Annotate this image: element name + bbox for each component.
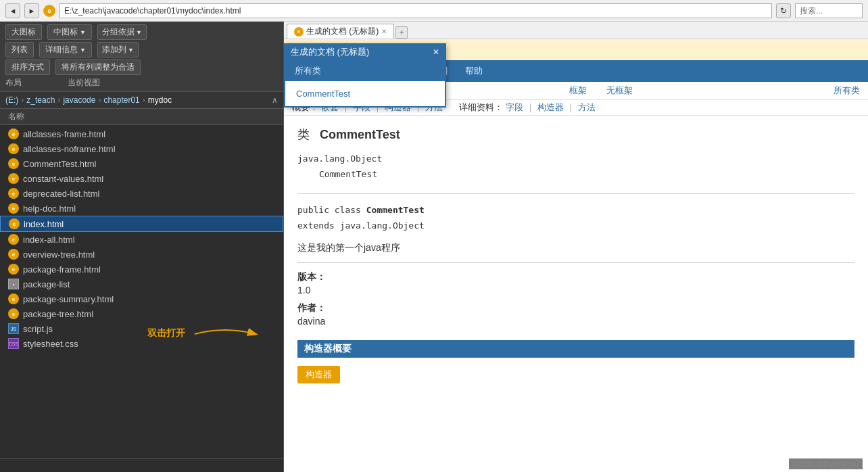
watermark: CSDN @Davina_yu [789,458,863,469]
group-by-btn[interactable]: 分组依据 ▼ [97,24,147,40]
all-classes-link[interactable]: 所有类 [834,85,860,97]
file-item[interactable]: CSSstylesheet.css [0,336,283,351]
class-name: CommentTest [320,128,400,141]
file-name: stylesheet.css [23,339,78,349]
dialog-close-button[interactable]: ✕ [433,47,439,57]
file-list: eallclasses-frame.htmleallclasses-nofram… [0,125,283,458]
declaration-classname: CommentTest [366,205,425,215]
noframe-link[interactable]: 无框架 [606,85,633,97]
dialog-titlebar: 生成的文档 (无标题) ✕ [285,43,445,61]
version-value: 1.0 [297,285,854,296]
frame-link[interactable]: 框架 [569,85,587,97]
breadcrumb-drive[interactable]: (E:) [5,95,18,105]
class-description: 这是我的第一个java程序 [297,242,854,254]
current-view-label: 当前视图 [68,77,100,89]
file-item[interactable]: JSscript.js [0,321,283,336]
dialog-list-comment-test[interactable]: CommentTest [291,87,439,101]
fit-col-btn[interactable]: 将所有列调整为合适 [55,60,141,75]
breadcrumb-up-button[interactable]: ∧ [272,95,278,105]
file-item[interactable]: ehelp-doc.html [0,201,283,216]
file-item[interactable]: epackage-frame.html [0,262,283,277]
breadcrumb-folder2[interactable]: javacode [63,95,95,105]
tab-favicon: e [294,27,304,37]
breadcrumb-current: mydoc [148,95,172,105]
ie-file-icon: e [8,234,19,245]
layout-label: 布局 [5,77,22,89]
detail-label: 详细资料： [459,101,503,114]
detail-constructor-link[interactable]: 构造器 [537,101,564,114]
file-name: overview-tree.html [23,250,95,260]
dialog-nav-all-classes[interactable]: 所有类 [291,64,325,78]
ie-file-icon: e [8,293,19,304]
forward-button[interactable]: ► [24,3,39,18]
toolbar: 大图标 中图标 ▼ 分组依据 ▼ 列表 详细信息 ▼ [0,22,283,92]
ie-file-icon: e [8,264,19,275]
add-col-btn[interactable]: 添加列 ▼ [97,42,139,57]
constructor-summary-title: 构造器概要 [297,340,854,358]
ie-file-icon: e [8,249,19,260]
sort-btn[interactable]: 排序方式 [5,60,50,75]
file-item[interactable]: eindex.html [0,216,283,232]
file-item[interactable]: epackage-summary.html [0,291,283,306]
address-bar: ◄ ► e E:\z_teach\javacode\chapter01\mydo… [0,0,868,22]
breadcrumb-folder3[interactable]: chapter01 [103,95,139,105]
browser-tabs: e 生成的文档 (无标题) ✕ + [284,22,868,39]
generic-file-icon: ▪ [8,279,19,289]
file-item[interactable]: eallclasses-noframe.html [0,141,283,156]
javadoc-nav-item-帮助[interactable]: 帮助 [461,64,487,78]
file-name: CommentTest.html [23,159,96,169]
file-name: constant-values.html [23,174,103,184]
ie-file-icon: e [8,308,19,319]
author-label: 作者： [297,302,854,314]
file-item[interactable]: eCommentTest.html [0,156,283,171]
file-item[interactable]: eoverview-tree.html [0,247,283,262]
file-item[interactable]: eindex-all.html [0,232,283,247]
search-input[interactable] [795,3,863,18]
file-name: package-list [23,279,70,289]
tab-label: 生成的文档 (无标题) [306,26,379,37]
ie-file-icon: e [8,143,19,154]
declaration-public: public class [297,205,366,215]
js-file-icon: JS [8,323,19,334]
css-file-icon: CSS [8,338,19,349]
active-tab[interactable]: e 生成的文档 (无标题) ✕ [287,24,394,39]
file-name: script.js [23,324,53,334]
back-button[interactable]: ◄ [5,3,20,18]
file-item[interactable]: edeprecated-list.html [0,186,283,201]
refresh-button[interactable]: ↻ [776,3,791,18]
constructor-button[interactable]: 构造器 [297,366,340,383]
ie-file-icon: e [8,188,19,199]
detail-btn[interactable]: 详细信息 ▼ [39,42,92,57]
tab-close-button[interactable]: ✕ [381,28,387,35]
file-name: package-tree.html [23,309,93,319]
version-section: 版本： 1.0 [297,271,854,296]
file-item[interactable]: ▪package-list [0,277,283,291]
file-name: index.html [24,219,64,229]
file-name: allclasses-noframe.html [23,144,116,154]
address-field[interactable]: E:\z_teach\javacode\chapter01\mydoc\inde… [59,3,772,18]
inheritance-parent: java.lang.Object [297,151,854,166]
javadoc-body: 类 CommentTest java.lang.Object CommentTe… [284,116,868,397]
file-item[interactable]: epackage-tree.html [0,306,283,321]
declaration-extends: extends java.lang.Object [297,220,425,231]
file-item[interactable]: econstant-values.html [0,171,283,186]
file-name: deprecated-list.html [23,189,99,199]
medium-icon-dropdown: ▼ [80,29,86,36]
divider-1 [297,193,854,194]
breadcrumb: (E:) › z_teach › javacode › chapter01 › … [0,92,283,109]
detail-method-link[interactable]: 方法 [578,101,596,114]
large-icon-btn[interactable]: 大图标 [5,24,42,40]
list-btn[interactable]: 列表 [5,42,34,57]
dialog-overlay: 生成的文档 (无标题) ✕ 所有类 CommentTest [284,43,446,108]
medium-icon-btn[interactable]: 中图标 ▼ [47,24,92,40]
ie-file-icon: e [9,218,20,229]
breadcrumb-folder1[interactable]: z_teach [26,95,55,105]
new-tab-button[interactable]: + [395,26,408,39]
class-title: 类 CommentTest [297,126,854,143]
inheritance-child: CommentTest [297,166,854,182]
toolbar-row-4: 布局 当前视图 [5,77,278,89]
toolbar-row-3: 排序方式 将所有列调整为合适 [5,60,278,75]
detail-field-link[interactable]: 字段 [506,101,523,114]
file-item[interactable]: eallclasses-frame.html [0,126,283,141]
ie-file-icon: e [8,158,19,169]
